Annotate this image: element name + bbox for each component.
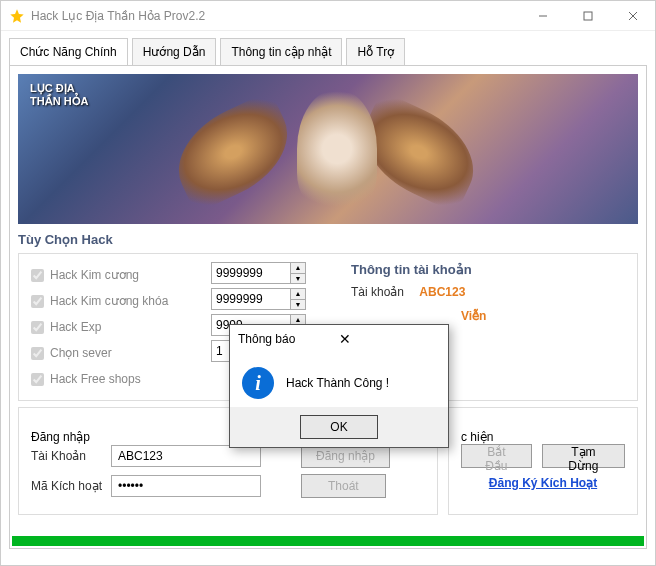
exec-legend: c hiện <box>461 430 625 444</box>
dialog-ok-button[interactable]: OK <box>300 415 378 439</box>
spin-up-icon[interactable]: ▲ <box>291 289 305 300</box>
account-label: Tài khoản <box>351 285 416 299</box>
close-button[interactable] <box>610 1 655 31</box>
banner-decor <box>297 89 377 209</box>
options-checks: Hack Kim cương Hack Kim cương khóa Hack … <box>31 262 211 392</box>
value-kim-cuong-field[interactable] <box>212 263 290 283</box>
spin-down-icon[interactable]: ▼ <box>291 300 305 310</box>
spin-up-icon[interactable]: ▲ <box>291 263 305 274</box>
banner-logo-line1: LỤC ĐỊA <box>30 82 89 95</box>
check-label: Chọn sever <box>50 346 112 360</box>
account-info-title: Thông tin tài khoản <box>351 262 625 277</box>
progress-bar <box>12 536 644 546</box>
check-free-shops-box[interactable] <box>31 373 44 386</box>
check-free-shops[interactable]: Hack Free shops <box>31 366 211 392</box>
minimize-button[interactable] <box>520 1 565 31</box>
tab-content: LỤC ĐỊA THẦN HỎA Tùy Chọn Hack Hack Kim … <box>9 65 647 549</box>
check-kim-cuong-khoa[interactable]: Hack Kim cương khóa <box>31 288 211 314</box>
tabs: Chức Năng Chính Hướng Dẫn Thông tin cập … <box>1 31 655 65</box>
banner-logo: LỤC ĐỊA THẦN HỎA <box>30 82 89 108</box>
account-value: ABC123 <box>419 285 465 299</box>
exit-button[interactable]: Thoát <box>301 474 386 498</box>
tab-update[interactable]: Thông tin cập nhật <box>220 38 342 66</box>
check-kim-cuong-box[interactable] <box>31 269 44 282</box>
dialog-message: Hack Thành Công ! <box>286 376 389 390</box>
register-link[interactable]: Đăng Ký Kích Hoạt <box>461 476 625 490</box>
check-label: Hack Free shops <box>50 372 141 386</box>
account-row: Tài khoản ABC123 <box>351 285 625 299</box>
check-label: Hack Exp <box>50 320 101 334</box>
dialog-title: Thông báo <box>238 332 339 346</box>
pause-button[interactable]: Tạm Dừng <box>542 444 625 468</box>
banner-decor <box>162 90 305 213</box>
login-user-field[interactable] <box>111 445 261 467</box>
tab-main[interactable]: Chức Năng Chính <box>9 38 128 66</box>
check-label: Hack Kim cương khóa <box>50 294 168 308</box>
dialog-body: i Hack Thành Công ! <box>230 353 448 407</box>
value-kim-cuong[interactable]: ▲▼ <box>211 262 306 284</box>
dialog-footer: OK <box>230 407 448 447</box>
login-user-label: Tài Khoản <box>31 449 111 463</box>
star-icon <box>9 8 25 24</box>
exec-buttons: Bắt Đầu Tạm Dừng <box>461 444 625 468</box>
account-row-2: Viễn <box>351 309 625 323</box>
message-dialog: Thông báo ✕ i Hack Thành Công ! OK <box>229 324 449 448</box>
check-exp[interactable]: Hack Exp <box>31 314 211 340</box>
banner-image: LỤC ĐỊA THẦN HỎA <box>18 74 638 224</box>
window-title: Hack Lục Địa Thần Hỏa Prov2.2 <box>31 9 520 23</box>
check-label: Hack Kim cương <box>50 268 139 282</box>
tab-support[interactable]: Hỗ Trợ <box>346 38 405 66</box>
dialog-close-icon[interactable]: ✕ <box>339 331 440 347</box>
value-kim-cuong-khoa[interactable]: ▲▼ <box>211 288 306 310</box>
app-window: Hack Lục Địa Thần Hỏa Prov2.2 Chức Năng … <box>0 0 656 566</box>
check-server-box[interactable] <box>31 347 44 360</box>
login-code-label: Mã Kích hoạt <box>31 479 111 493</box>
login-code-field[interactable] <box>111 475 261 497</box>
value-kim-cuong-khoa-field[interactable] <box>212 289 290 309</box>
start-button[interactable]: Bắt Đầu <box>461 444 532 468</box>
maximize-button[interactable] <box>565 1 610 31</box>
svg-rect-1 <box>584 12 592 20</box>
dialog-titlebar: Thông báo ✕ <box>230 325 448 353</box>
check-server[interactable]: Chọn sever <box>31 340 211 366</box>
window-controls <box>520 1 655 31</box>
hack-options-title: Tùy Chọn Hack <box>18 232 638 247</box>
check-kim-cuong-khoa-box[interactable] <box>31 295 44 308</box>
check-exp-box[interactable] <box>31 321 44 334</box>
exec-box: c hiện Bắt Đầu Tạm Dừng Đăng Ký Kích Hoạ… <box>448 407 638 515</box>
titlebar: Hack Lục Địa Thần Hỏa Prov2.2 <box>1 1 655 31</box>
account-value-2: Viễn <box>461 309 486 323</box>
tab-guide[interactable]: Hướng Dẫn <box>132 38 217 66</box>
info-icon: i <box>242 367 274 399</box>
spin-down-icon[interactable]: ▼ <box>291 274 305 284</box>
check-kim-cuong[interactable]: Hack Kim cương <box>31 262 211 288</box>
banner-logo-line2: THẦN HỎA <box>30 95 89 108</box>
login-code-row: Mã Kích hoạt Thoát <box>31 474 425 498</box>
